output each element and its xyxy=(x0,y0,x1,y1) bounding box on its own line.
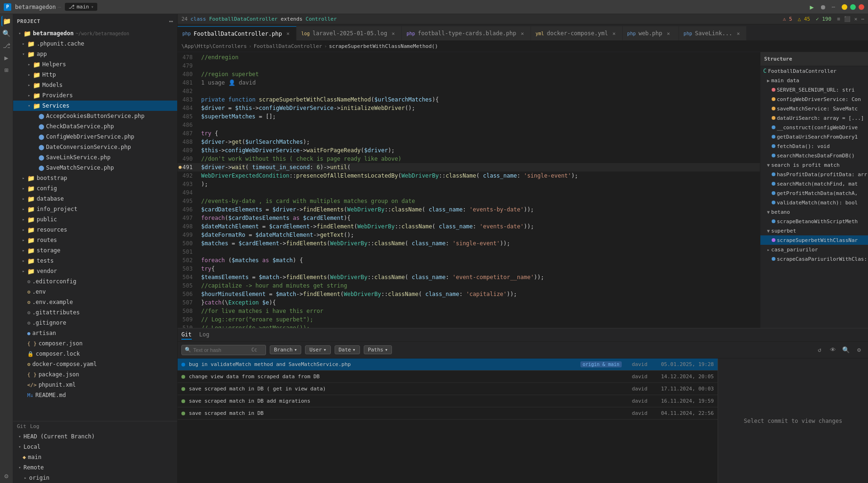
tab-web-php[interactable]: php web.php ✕ xyxy=(623,26,679,40)
tree-artisan[interactable]: ● artisan xyxy=(13,328,177,338)
sidebar-collapse-icon[interactable]: ⋯ xyxy=(169,17,173,25)
tab-savelink-close[interactable]: ✕ xyxy=(735,30,742,37)
activity-search[interactable]: 🔍 xyxy=(1,28,12,39)
minimize-button[interactable] xyxy=(842,4,847,10)
struct-casa-section[interactable]: ▸ casa_pariurilor xyxy=(760,245,868,254)
activity-extensions[interactable]: ⊞ xyxy=(1,65,12,75)
struct-scrape-superbet[interactable]: scrapeSuperbetWithClassNar xyxy=(760,235,868,245)
struct-get-data-uri[interactable]: getDataUriSearchFromQuery1 xyxy=(760,132,868,141)
tab-web-close[interactable]: ✕ xyxy=(665,30,672,37)
tree-origin[interactable]: ▸ origin xyxy=(13,473,177,483)
tab-log-close[interactable]: ✕ xyxy=(390,30,397,37)
struct-save-match-svc[interactable]: saveMatchService: SaveMatc xyxy=(760,104,868,113)
tree-gitignore[interactable]: ⚙ .gitignore xyxy=(13,318,177,328)
commit-row-5[interactable]: save scraped match in DB david 04.11.202… xyxy=(178,407,718,420)
breadcrumb-part3[interactable]: scrapeSuperbetWithClassNameMethod() xyxy=(329,43,438,49)
tab-football-controller[interactable]: php FootballDataController.php ✕ xyxy=(178,26,297,40)
commit-row-1[interactable]: bug in validateMatch method and SaveMatc… xyxy=(178,358,718,371)
tab-log[interactable]: Log xyxy=(199,330,210,340)
tab-git[interactable]: Git xyxy=(181,330,192,340)
tree-tests[interactable]: ▸ 📁 tests xyxy=(13,256,177,266)
git-eye-btn[interactable]: 👁 xyxy=(828,345,838,355)
tree-database[interactable]: ▸ 📁 database xyxy=(13,194,177,204)
struct-search-matches[interactable]: searchMatchesDataFromDB() xyxy=(760,151,868,160)
struct-has-profit[interactable]: hasProfitData(profitData: arr xyxy=(760,170,868,179)
activity-settings[interactable]: ⚙ xyxy=(1,471,12,481)
struct-betano-section[interactable]: ▼ betano xyxy=(760,207,868,217)
tree-bootstrap[interactable]: ▸ 📁 bootstrap xyxy=(13,173,177,183)
maximize-button[interactable] xyxy=(850,4,856,10)
tree-readme[interactable]: M↓ README.md xyxy=(13,390,177,400)
tab-savelink-php[interactable]: php SaveLink... ✕ xyxy=(679,26,747,40)
struct-fetch-data[interactable]: fetchData(): void xyxy=(760,141,868,151)
tree-date-conversion[interactable]: ⬤ DateConversionService.php xyxy=(13,142,177,152)
breadcrumb-part2[interactable]: FootballDataController xyxy=(254,43,322,49)
tree-config-webdriver[interactable]: ⬤ ConfigWebDriverService.php xyxy=(13,132,177,142)
tree-gitattributes[interactable]: ⚙ .gitattributes xyxy=(13,307,177,318)
tree-providers[interactable]: ▸ 📁 Providers xyxy=(13,90,177,101)
tree-vendor[interactable]: ▸ 📁 vendor xyxy=(13,266,177,276)
struct-main-data[interactable]: ▶ main data xyxy=(760,76,868,85)
tree-resources[interactable]: ▸ 📁 resources xyxy=(13,225,177,235)
tree-routes[interactable]: ▸ 📁 routes xyxy=(13,235,177,245)
tree-http[interactable]: ▸ 📁 Http xyxy=(13,70,177,80)
tree-savematch[interactable]: ⬤ SaveMatchService.php xyxy=(13,163,177,173)
split-icon[interactable]: ⬛ xyxy=(844,16,851,22)
tab-football-close[interactable]: ✕ xyxy=(285,31,291,37)
more-icon[interactable]: ⋯ xyxy=(861,16,864,22)
toolbar-debug-icon[interactable]: ⏺ xyxy=(820,3,826,11)
tree-head[interactable]: ▾ HEAD (Current Branch) xyxy=(13,431,177,442)
tree-public[interactable]: ▸ 📁 public xyxy=(13,214,177,225)
struct-config-wd-service[interactable]: configWebDriverService: Con xyxy=(760,94,868,104)
git-date-filter[interactable]: Date ▾ xyxy=(335,345,360,354)
git-cc-button[interactable]: Cc xyxy=(251,347,257,352)
commit-row-3[interactable]: save scraped match in DB ( get in view d… xyxy=(178,383,718,395)
toolbar-more-icon[interactable]: ⋯ xyxy=(832,4,835,10)
tree-config[interactable]: ▸ 📁 config xyxy=(13,183,177,194)
tab-docker-compose[interactable]: yml docker-compose.yml ✕ xyxy=(531,26,623,40)
tree-phpunit-xml[interactable]: </> phpunit.xml xyxy=(13,380,177,390)
tree-info-project[interactable]: ▸ 📁 info_project xyxy=(13,204,177,214)
git-search-btn[interactable]: 🔍 xyxy=(841,345,851,355)
tree-phpunit-cache[interactable]: ▸ 📁 .phpunit.cache xyxy=(13,39,177,49)
list-icon[interactable]: ≡ xyxy=(837,16,840,22)
tree-root[interactable]: ▾ 📁 betarmagedon ~/work/betarmagedon xyxy=(13,28,177,39)
tree-storage[interactable]: ▸ 📁 storage xyxy=(13,245,177,256)
activity-run[interactable]: ▶ xyxy=(1,53,12,63)
tree-check-data[interactable]: ⬤ CheckDataService.php xyxy=(13,121,177,132)
struct-superbet-section[interactable]: ▼ superbet xyxy=(760,226,868,235)
tree-composer-json[interactable]: { } composer.json xyxy=(13,338,177,349)
tree-accep-cookies[interactable]: ⬤ AccepCookiesButtonService.php xyxy=(13,111,177,121)
breadcrumb-part1[interactable]: \App\Http\Controllers xyxy=(181,43,247,49)
tree-composer-lock[interactable]: 🔒 composer.lock xyxy=(13,349,177,359)
struct-get-profit[interactable]: getProfitMatchData(matchA, xyxy=(760,188,868,198)
close-button[interactable] xyxy=(859,4,864,10)
struct-search-match[interactable]: searchMatch(matchFind, mat xyxy=(760,179,868,188)
tab-blade-close[interactable]: ✕ xyxy=(519,30,526,37)
struct-profit-section[interactable]: ▼ search is profit match xyxy=(760,160,868,170)
struct-data-uri[interactable]: dataUriSearch: array = [...] xyxy=(760,113,868,123)
git-refresh-btn[interactable]: ↺ xyxy=(814,345,825,355)
tab-laravel-log[interactable]: log laravel-2025-01-05.log ✕ xyxy=(297,26,402,40)
tree-package-json[interactable]: { } package.json xyxy=(13,369,177,380)
tree-main-branch[interactable]: ◆ main xyxy=(13,452,177,462)
git-user-filter[interactable]: User ▾ xyxy=(305,345,330,354)
tree-remote[interactable]: ▾ Remote xyxy=(13,462,177,473)
git-search-input[interactable] xyxy=(193,347,250,353)
tree-docker-compose[interactable]: ⚙ docker-compose.yaml xyxy=(13,359,177,369)
activity-git[interactable]: ⎇ xyxy=(1,40,12,51)
activity-explorer[interactable]: 📁 xyxy=(1,16,12,26)
git-branch-filter[interactable]: Branch ▾ xyxy=(270,345,301,354)
tree-services[interactable]: ▾ 📁 Services xyxy=(13,101,177,111)
struct-server-url[interactable]: SERVER_SELENIUM_URL: stri xyxy=(760,85,868,94)
commit-row-4[interactable]: save scraped match in DB add migrations … xyxy=(178,395,718,407)
tab-blade[interactable]: php football-type-cards.blade.php ✕ xyxy=(402,26,531,40)
tree-savelink[interactable]: ⬤ SaveLinkService.php xyxy=(13,152,177,163)
tree-editorconfig[interactable]: ⚙ .editorconfig xyxy=(13,276,177,287)
git-search-box[interactable]: 🔍 Cc xyxy=(181,345,266,355)
tree-env[interactable]: ⚙ .env xyxy=(13,287,177,297)
tree-models[interactable]: ▸ 📁 Models xyxy=(13,80,177,90)
struct-scrape-betano[interactable]: scrapeBetanoWithScriptMeth xyxy=(760,217,868,226)
struct-validate-match[interactable]: validateMatch(match): bool xyxy=(760,198,868,207)
git-paths-filter[interactable]: Paths ▾ xyxy=(364,345,392,354)
